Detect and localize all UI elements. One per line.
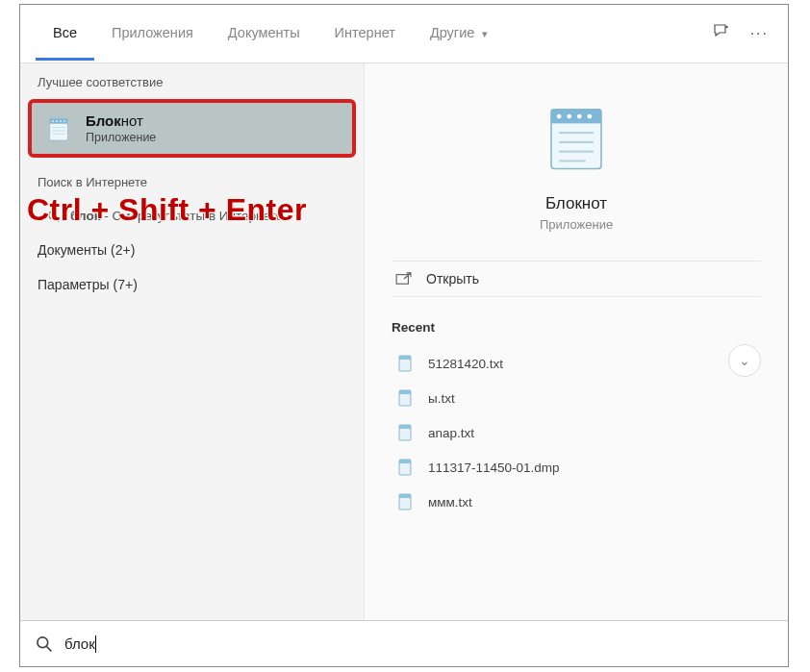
- search-bar: блок: [20, 620, 788, 666]
- svg-point-17: [587, 114, 592, 119]
- tab-more[interactable]: Другие ▾: [413, 8, 505, 61]
- recent-header: Recent: [392, 320, 761, 335]
- recent-file-item[interactable]: 51281420.txt: [392, 346, 761, 381]
- tab-web[interactable]: Интернет: [317, 8, 413, 61]
- tab-all[interactable]: Все: [36, 8, 94, 61]
- open-label: Открыть: [426, 271, 479, 286]
- preview-subtitle: Приложение: [392, 217, 761, 232]
- recent-file-item[interactable]: 111317-11450-01.dmp: [392, 450, 761, 485]
- tab-more-label: Другие: [430, 25, 474, 40]
- web-search-item[interactable]: блок - См. результаты в Интернете: [20, 199, 364, 233]
- content-area: Лучшее соответствие Блокнот Приложение П…: [20, 62, 788, 620]
- chevron-down-icon: ⌄: [739, 353, 750, 368]
- svg-point-5: [60, 120, 62, 122]
- document-icon: [395, 492, 415, 511]
- svg-point-14: [557, 114, 562, 119]
- best-match-item[interactable]: Блокнот Приложение: [28, 99, 356, 158]
- web-search-header: Поиск в Интернете: [20, 163, 364, 199]
- search-query-text: блок: [64, 635, 95, 652]
- tabs-group: Все Приложения Документы Интернет Другие…: [36, 8, 505, 61]
- svg-rect-32: [399, 494, 411, 498]
- text-cursor: [95, 635, 96, 653]
- svg-point-0: [725, 26, 727, 28]
- svg-rect-30: [399, 460, 411, 463]
- recent-file-label: 111317-11450-01.dmp: [428, 460, 560, 475]
- recent-file-item[interactable]: ы.txt: [392, 381, 761, 415]
- best-match-text: Блокнот Приложение: [86, 112, 156, 144]
- chevron-down-icon: ▾: [482, 28, 488, 39]
- notepad-icon-large: [539, 100, 614, 175]
- search-window: Все Приложения Документы Интернет Другие…: [19, 4, 789, 667]
- tab-documents[interactable]: Документы: [211, 8, 317, 61]
- svg-line-34: [46, 646, 51, 651]
- best-match-subtitle: Приложение: [86, 131, 156, 144]
- svg-rect-26: [399, 390, 411, 394]
- preview-title: Блокнот: [392, 194, 761, 213]
- more-options-icon[interactable]: ···: [750, 25, 769, 42]
- preview-pane: Блокнот Приложение Открыть ⌄ Recent 5128…: [364, 63, 788, 620]
- best-match-title: Блокнот: [86, 112, 156, 129]
- top-icons: ···: [712, 22, 778, 45]
- document-icon: [395, 423, 415, 442]
- best-match-header: Лучшее соответствие: [20, 63, 364, 99]
- document-icon: [395, 354, 415, 373]
- svg-point-16: [577, 114, 582, 119]
- search-icon: [36, 635, 53, 653]
- preview-header: Блокнот Приложение: [392, 92, 761, 232]
- web-search-label: блок - См. результаты в Интернете: [70, 209, 283, 223]
- recent-file-label: 51281420.txt: [428, 357, 503, 371]
- tabs-row: Все Приложения Документы Интернет Другие…: [20, 5, 788, 62]
- document-icon: [395, 388, 415, 408]
- recent-file-label: ы.txt: [428, 391, 455, 406]
- svg-point-6: [63, 120, 65, 122]
- recent-file-label: ммм.txt: [428, 495, 472, 510]
- feedback-icon[interactable]: [712, 22, 731, 45]
- svg-rect-24: [399, 356, 411, 360]
- document-icon: [395, 458, 415, 477]
- expand-down-button[interactable]: ⌄: [728, 344, 761, 377]
- search-input-wrapper[interactable]: блок: [64, 635, 96, 653]
- tab-apps[interactable]: Приложения: [94, 8, 211, 61]
- svg-rect-22: [396, 275, 408, 285]
- svg-point-15: [567, 114, 571, 119]
- svg-point-3: [52, 120, 54, 122]
- svg-point-33: [38, 636, 48, 647]
- documents-group[interactable]: Документы (2+): [20, 233, 364, 267]
- recent-file-label: anap.txt: [428, 426, 474, 440]
- svg-point-10: [49, 211, 57, 218]
- search-icon: [47, 210, 61, 223]
- svg-line-11: [56, 217, 60, 221]
- results-pane: Лучшее соответствие Блокнот Приложение П…: [20, 63, 364, 620]
- recent-file-item[interactable]: anap.txt: [392, 415, 761, 450]
- notepad-icon: [43, 113, 74, 144]
- svg-point-4: [56, 120, 58, 122]
- open-icon: [395, 272, 413, 286]
- open-action[interactable]: Открыть: [392, 261, 761, 297]
- recent-file-item[interactable]: ммм.txt: [392, 485, 761, 519]
- svg-rect-28: [399, 425, 411, 429]
- settings-group[interactable]: Параметры (7+): [20, 267, 364, 302]
